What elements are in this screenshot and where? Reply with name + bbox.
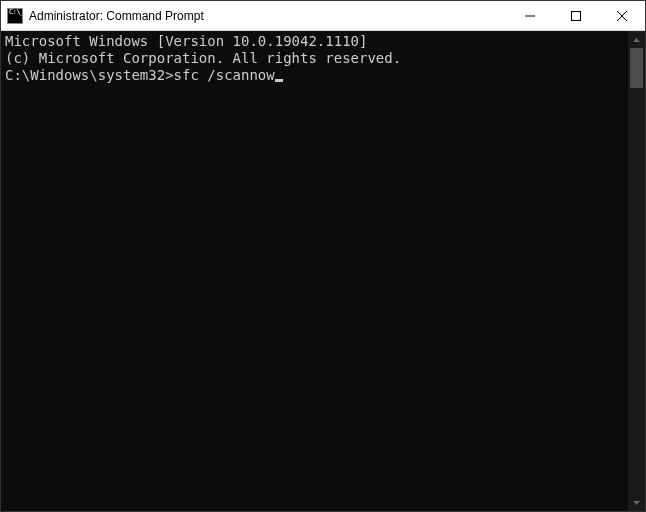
close-button[interactable] bbox=[599, 1, 645, 30]
chevron-down-icon bbox=[633, 501, 640, 505]
window-title: Administrator: Command Prompt bbox=[29, 9, 507, 23]
scroll-thumb[interactable] bbox=[630, 48, 643, 88]
svg-marker-5 bbox=[633, 501, 640, 505]
client-area: Microsoft Windows [Version 10.0.19042.11… bbox=[1, 31, 645, 511]
command-prompt-window: Administrator: Command Prompt Microsoft … bbox=[0, 0, 646, 512]
scroll-down-button[interactable] bbox=[628, 494, 645, 511]
maximize-icon bbox=[571, 11, 581, 21]
titlebar-buttons bbox=[507, 1, 645, 30]
maximize-button[interactable] bbox=[553, 1, 599, 30]
terminal-output[interactable]: Microsoft Windows [Version 10.0.19042.11… bbox=[1, 31, 628, 511]
terminal-prompt-line: C:\Windows\system32>sfc /scannow bbox=[5, 67, 628, 84]
terminal-line: Microsoft Windows [Version 10.0.19042.11… bbox=[5, 33, 628, 50]
cursor bbox=[275, 79, 283, 82]
terminal-prompt: C:\Windows\system32> bbox=[5, 67, 174, 83]
minimize-icon bbox=[525, 11, 535, 21]
vertical-scrollbar[interactable] bbox=[628, 31, 645, 511]
terminal-command: sfc /scannow bbox=[174, 67, 275, 83]
app-icon bbox=[7, 8, 23, 24]
scroll-up-button[interactable] bbox=[628, 31, 645, 48]
terminal-line: (c) Microsoft Corporation. All rights re… bbox=[5, 50, 628, 67]
chevron-up-icon bbox=[633, 38, 640, 42]
close-icon bbox=[617, 11, 627, 21]
svg-marker-4 bbox=[633, 38, 640, 42]
scroll-track[interactable] bbox=[628, 48, 645, 494]
minimize-button[interactable] bbox=[507, 1, 553, 30]
svg-rect-1 bbox=[572, 11, 581, 20]
titlebar[interactable]: Administrator: Command Prompt bbox=[1, 1, 645, 31]
